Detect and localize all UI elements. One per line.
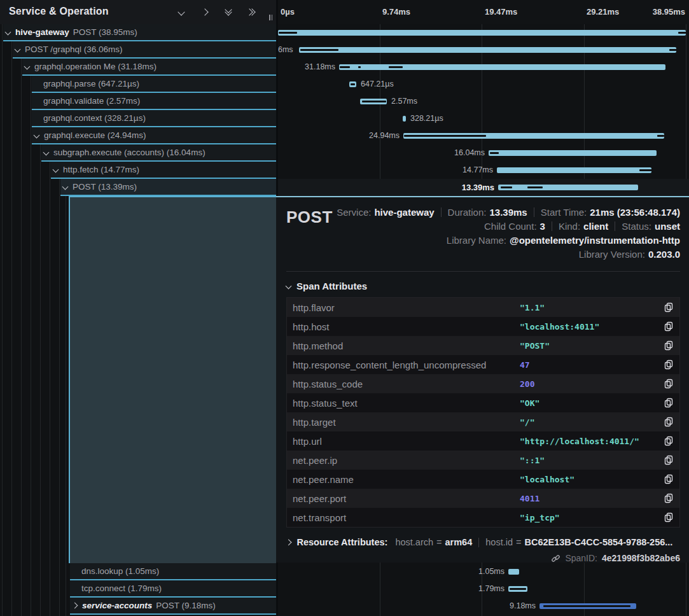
- span-attributes-header[interactable]: Span Attributes: [286, 279, 680, 293]
- tree-row[interactable]: tcp.connect (1.79ms): [0, 580, 276, 598]
- chevron-right-icon: [286, 539, 291, 545]
- chevron-right-icon[interactable]: [200, 8, 210, 17]
- copy-icon[interactable]: [658, 474, 679, 484]
- tree-row[interactable]: graphql.context (328.21µs): [0, 110, 276, 127]
- attribute-value: "/": [520, 417, 658, 427]
- chevron-down-icon[interactable]: [5, 29, 11, 36]
- tree-row-box[interactable]: graphql.parse (647.21µs): [32, 76, 276, 93]
- copy-icon[interactable]: [658, 379, 679, 389]
- span-bar-row[interactable]: 328.21µs: [278, 110, 689, 127]
- span-duration-bar[interactable]: [508, 569, 519, 575]
- chevron-down-icon[interactable]: [53, 167, 59, 173]
- chevron-down-icon[interactable]: [34, 132, 40, 139]
- tree-row[interactable]: POST (13.39ms): [0, 179, 276, 196]
- span-duration-bar[interactable]: [403, 116, 406, 122]
- span-bar-row[interactable]: 1.79ms: [278, 580, 689, 598]
- span-bar-row[interactable]: 2.57ms: [278, 93, 689, 110]
- tree-row[interactable]: graphql.execute (24.94ms): [0, 127, 276, 144]
- operation-label: graphql.parse (647.21µs): [43, 79, 139, 88]
- span-duration-bar[interactable]: [489, 150, 657, 156]
- meta-label: Duration:: [448, 207, 487, 218]
- attribute-value: "POST": [520, 341, 658, 351]
- attribute-value: 200: [520, 379, 658, 389]
- span-duration-label: 1.79ms: [478, 584, 505, 593]
- double-chevron-right-icon[interactable]: [247, 8, 257, 17]
- span-bar-row[interactable]: 6ms: [278, 41, 689, 59]
- span-bar-row[interactable]: 1.05ms: [278, 563, 689, 580]
- tree-row[interactable]: dns.lookup (1.05ms): [0, 563, 276, 580]
- meta-value: client: [583, 221, 608, 232]
- copy-icon[interactable]: [658, 321, 679, 332]
- tree-row-box[interactable]: service-accountsPOST (9.18ms): [70, 598, 276, 615]
- tree-row[interactable]: graphql.operation Me (31.18ms): [0, 59, 276, 76]
- span-bar-row[interactable]: [278, 24, 689, 41]
- attribute-value: "localhost": [520, 475, 658, 484]
- tree-row[interactable]: POST /graphql (36.06ms): [0, 41, 276, 59]
- span-id-value: 4e21998f3b82abe6: [602, 553, 680, 563]
- attribute-value: 47: [520, 360, 658, 370]
- chevron-down-icon[interactable]: [176, 8, 186, 17]
- span-bar-row[interactable]: 16.04ms: [278, 144, 689, 162]
- panel-resize-handle[interactable]: [269, 15, 272, 20]
- span-duration-bar[interactable]: [299, 47, 676, 53]
- copy-icon[interactable]: [658, 417, 679, 427]
- tree-row-box[interactable]: http.fetch (14.77ms): [51, 162, 276, 179]
- span-duration-bar[interactable]: [278, 30, 686, 36]
- meta-value: 0.203.0: [648, 249, 680, 260]
- span-meta-line: Child Count:3Kind:clientStatus:unset: [337, 219, 680, 233]
- span-bar-row[interactable]: 24.94ms: [278, 127, 689, 144]
- copy-icon[interactable]: [658, 340, 679, 351]
- chevron-down-icon[interactable]: [62, 184, 69, 190]
- copy-icon[interactable]: [658, 360, 679, 370]
- resource-attributes-row[interactable]: Resource Attributes: host.arch=arm64host…: [286, 537, 680, 547]
- attribute-row: http.host"localhost:4011": [287, 317, 679, 336]
- span-duration-bar[interactable]: [498, 185, 638, 190]
- span-bar-row[interactable]: 9.18ms: [278, 598, 689, 615]
- tree-row-box[interactable]: graphql.context (328.21µs): [32, 110, 276, 127]
- tree-row[interactable]: graphql.parse (647.21µs): [0, 76, 276, 93]
- tree-row[interactable]: http.fetch (14.77ms): [0, 162, 276, 179]
- span-bar-row[interactable]: 14.77ms: [278, 162, 689, 179]
- tree-row[interactable]: subgraph.execute (accounts) (16.04ms): [0, 144, 276, 162]
- child-span-mark: [510, 588, 526, 590]
- tree-row[interactable]: hive-gatewayPOST (38.95ms): [0, 24, 276, 41]
- tree-row-box[interactable]: graphql.operation Me (31.18ms): [22, 59, 276, 76]
- copy-icon[interactable]: [658, 512, 679, 522]
- tree-row-box[interactable]: graphql.validate (2.57ms): [32, 93, 276, 110]
- tree-row[interactable]: service-accountsPOST (9.18ms): [0, 598, 276, 615]
- tree-row-box[interactable]: POST /graphql (36.06ms): [13, 41, 276, 59]
- copy-icon[interactable]: [658, 493, 679, 503]
- tree-row-box[interactable]: dns.lookup (1.05ms): [70, 563, 276, 580]
- span-bars-bottom: 1.05ms1.79ms9.18ms: [278, 563, 689, 615]
- copy-icon[interactable]: [658, 455, 679, 465]
- copy-icon[interactable]: [658, 436, 679, 446]
- tree-row-box[interactable]: graphql.execute (24.94ms): [32, 127, 276, 144]
- tree-row-box[interactable]: tcp.connect (1.79ms): [70, 580, 276, 598]
- resource-value: arm64: [445, 537, 473, 547]
- chevron-down-icon[interactable]: [15, 46, 21, 53]
- copy-icon[interactable]: [658, 398, 679, 408]
- attribute-key: http.target: [287, 417, 520, 428]
- tree-row-box[interactable]: hive-gatewayPOST (38.95ms): [3, 24, 276, 41]
- span-bar-row[interactable]: 31.18ms: [278, 59, 689, 76]
- tree-row-box[interactable]: subgraph.execute (accounts) (16.04ms): [41, 144, 276, 162]
- attribute-value: "1.1": [520, 303, 658, 312]
- span-bar-row[interactable]: 13.39ms: [278, 179, 689, 196]
- tree-row[interactable]: graphql.validate (2.57ms): [0, 93, 276, 110]
- link-icon[interactable]: [551, 554, 560, 563]
- attribute-row: http.url"http://localhost:4011/": [287, 431, 679, 451]
- chevron-down-icon[interactable]: [24, 64, 31, 70]
- attribute-value: "ip_tcp": [520, 513, 658, 522]
- double-chevron-down-icon[interactable]: [223, 8, 233, 17]
- span-duration-bar[interactable]: [339, 64, 665, 70]
- attribute-value: "http://localhost:4011/": [520, 437, 658, 446]
- tree-row-box[interactable]: POST (13.39ms): [60, 179, 276, 196]
- child-span-mark: [351, 83, 355, 85]
- attribute-value: "localhost:4011": [520, 322, 658, 332]
- chevron-down-icon[interactable]: [43, 150, 50, 156]
- chevron-right-icon[interactable]: [72, 603, 78, 609]
- attribute-row: net.peer.name"localhost": [287, 470, 679, 489]
- span-bar-row[interactable]: 647.21µs: [278, 76, 689, 93]
- span-duration-bar[interactable]: [497, 167, 651, 173]
- copy-icon[interactable]: [658, 302, 679, 312]
